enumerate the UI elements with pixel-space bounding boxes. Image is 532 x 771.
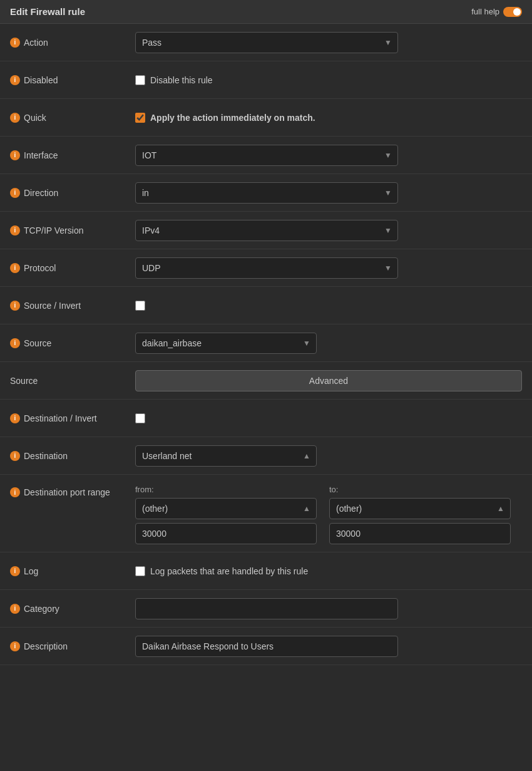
log-row: i Log Log packets that are handled by th… [0,552,532,590]
quick-checkbox-label: Apply the action immediately on match. [150,113,315,123]
tcpip-select-wrapper: IPv4 IPv6 IPv4+IPv6 ▼ [135,220,398,241]
log-checkbox-label: Log packets that are handled by this rul… [150,566,308,576]
log-checkbox[interactable] [135,566,145,576]
source-label: Source [24,338,51,348]
direction-label-col: i Direction [10,188,135,198]
destination-port-range-row: i Destination port range from: (other) a… [0,475,532,552]
destination-port-range-control: from: (other) any HTTP HTTPS ▲ 30000 to: [135,485,522,544]
log-control: Log packets that are handled by this rul… [135,566,522,576]
category-row: i Category [0,590,532,628]
protocol-label: Protocol [24,263,56,273]
source-advanced-row: Source Advanced [0,362,532,400]
quick-checkbox[interactable] [135,113,145,123]
interface-label: Interface [24,150,58,160]
protocol-info-icon[interactable]: i [10,263,20,273]
disabled-checkbox-row: Disable this rule [135,75,522,85]
quick-row: i Quick Apply the action immediately on … [0,99,532,137]
destination-label-col: i Destination [10,451,135,461]
protocol-row: i Protocol UDP TCP TCP/UDP ICMP any ▼ [0,249,532,287]
source-invert-info-icon[interactable]: i [10,301,20,311]
port-to-col: to: (other) any HTTP HTTPS ▲ 30000 [329,485,511,544]
quick-label: Quick [24,113,46,123]
port-from-label: from: [135,485,317,494]
disabled-row: i Disabled Disable this rule [0,61,532,99]
destination-invert-row: i Destination / Invert [0,400,532,437]
tcpip-label: TCP/IP Version [24,225,83,235]
category-input[interactable] [135,598,398,619]
action-control: Pass Block Reject ▼ [135,32,522,53]
protocol-select-wrapper: UDP TCP TCP/UDP ICMP any ▼ [135,257,398,279]
action-label-col: i Action [10,38,135,48]
port-from-col: from: (other) any HTTP HTTPS ▲ 30000 [135,485,317,544]
destination-invert-control [135,413,522,423]
source-advanced-button[interactable]: Advanced [135,370,522,391]
direction-label: Direction [24,188,58,198]
log-checkbox-row: Log packets that are handled by this rul… [135,566,522,576]
tcpip-info-icon[interactable]: i [10,225,20,235]
action-row: i Action Pass Block Reject ▼ [0,24,532,61]
description-row: i Description Daikan Airbase Respond to … [0,628,532,665]
port-from-select-wrapper: (other) any HTTP HTTPS ▲ [135,498,317,519]
destination-port-range-label-col: i Destination port range [10,485,135,497]
tcpip-row: i TCP/IP Version IPv4 IPv6 IPv4+IPv6 ▼ [0,212,532,249]
quick-control: Apply the action immediately on match. [135,113,522,123]
protocol-label-col: i Protocol [10,263,135,273]
full-help-toggle[interactable]: full help [471,7,522,17]
description-input[interactable]: Daikan Airbase Respond to Users [135,636,398,657]
disabled-info-icon[interactable]: i [10,75,20,85]
log-info-icon[interactable]: i [10,566,20,576]
page-title: Edit Firewall rule [10,6,85,17]
destination-info-icon[interactable]: i [10,451,20,461]
toggle-icon[interactable] [503,7,522,17]
action-label: Action [24,38,48,48]
direction-select-wrapper: in out ▼ [135,182,398,204]
log-label: Log [24,566,38,576]
tcpip-select[interactable]: IPv4 IPv6 IPv4+IPv6 [135,220,398,241]
port-to-label: to: [329,485,511,494]
interface-row: i Interface IOT LAN WAN ▼ [0,137,532,174]
source-info-icon[interactable]: i [10,338,20,348]
log-label-col: i Log [10,566,135,576]
destination-row: i Destination Userland net any LAN net W… [0,437,532,475]
description-info-icon[interactable]: i [10,641,20,651]
source-invert-checkbox[interactable] [135,301,145,311]
disabled-control: Disable this rule [135,75,522,85]
destination-invert-label: Destination / Invert [24,413,97,423]
port-to-select[interactable]: (other) any HTTP HTTPS [329,498,511,519]
interface-select[interactable]: IOT LAN WAN [135,145,398,166]
category-info-icon[interactable]: i [10,604,20,614]
interface-info-icon[interactable]: i [10,150,20,160]
action-select-wrapper: Pass Block Reject ▼ [135,32,398,53]
protocol-control: UDP TCP TCP/UDP ICMP any ▼ [135,257,522,279]
quick-label-col: i Quick [10,113,135,123]
destination-invert-info-icon[interactable]: i [10,413,20,423]
source-label-col: i Source [10,338,135,348]
source-invert-label: Source / Invert [24,301,81,311]
source-advanced-label: Source [10,376,38,386]
port-from-input[interactable]: 30000 [135,523,317,544]
destination-control: Userland net any LAN net WAN net ▲ [135,445,522,467]
disabled-label: Disabled [24,75,58,85]
disabled-checkbox[interactable] [135,75,145,85]
destination-select[interactable]: Userland net any LAN net WAN net [135,445,317,467]
port-from-select[interactable]: (other) any HTTP HTTPS [135,498,317,519]
tcpip-label-col: i TCP/IP Version [10,225,135,235]
action-info-icon[interactable]: i [10,38,20,48]
direction-control: in out ▼ [135,182,522,204]
source-control: daikan_airbase any LAN net WAN net ▼ [135,333,522,354]
destination-label: Destination [24,451,68,461]
destination-invert-checkbox[interactable] [135,413,145,423]
action-select[interactable]: Pass Block Reject [135,32,398,53]
direction-select[interactable]: in out [135,182,398,204]
protocol-select[interactable]: UDP TCP TCP/UDP ICMP any [135,257,398,279]
quick-info-icon[interactable]: i [10,113,20,123]
destination-port-range-info-icon[interactable]: i [10,487,20,497]
direction-info-icon[interactable]: i [10,188,20,198]
full-help-label: full help [471,7,499,16]
source-select[interactable]: daikan_airbase any LAN net WAN net [135,333,317,354]
destination-invert-checkbox-row [135,413,522,423]
source-advanced-label-col: Source [10,376,135,386]
port-to-input[interactable]: 30000 [329,523,511,544]
tcpip-control: IPv4 IPv6 IPv4+IPv6 ▼ [135,220,522,241]
source-invert-row: i Source / Invert [0,287,532,324]
